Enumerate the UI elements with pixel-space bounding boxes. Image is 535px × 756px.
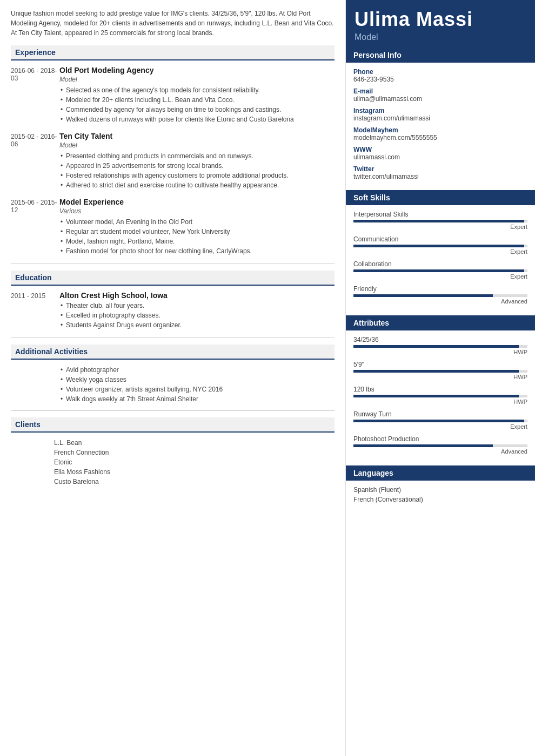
attr-name: Photoshoot Production <box>353 435 527 443</box>
personal-info-header: Personal Info <box>346 48 535 63</box>
profession-label: Model <box>355 32 526 42</box>
attr-bar-bg <box>353 420 527 422</box>
job-subtitle: Various <box>59 207 335 215</box>
attribute-item: 5'9" HWP <box>353 361 527 380</box>
bullet: Adhered to strict diet and exercise rout… <box>59 180 335 190</box>
attr-name: 120 lbs <box>353 386 527 393</box>
skill-bar-fill <box>353 294 493 297</box>
contact-value: twitter.com/ulimamassi <box>353 173 527 180</box>
additional-list: Avid photographerWeekly yoga classesVolu… <box>11 365 335 404</box>
attr-bar-bg <box>353 395 527 397</box>
attribute-item: 120 lbs HWP <box>353 386 527 405</box>
attr-bar-fill <box>353 395 519 397</box>
language-item: French (Conversational) <box>353 496 527 503</box>
skill-bar-bg <box>353 245 527 247</box>
soft-skills-header: Soft Skills <box>346 190 535 205</box>
client-item: Etonic <box>54 457 335 467</box>
education-section-header: Education <box>11 271 335 286</box>
attribute-item: Photoshoot Production Advanced <box>353 435 527 455</box>
client-item: Ella Moss Fashions <box>54 467 335 477</box>
contact-label: ModelMayhem <box>353 126 527 134</box>
edu-title: Alton Crest High School, Iowa <box>59 291 335 300</box>
contact-label: WWW <box>353 146 527 153</box>
attribute-item: 34/25/36 HWP <box>353 336 527 355</box>
skill-level: Advanced <box>353 298 527 305</box>
contact-item: Phone 646-233-9535 <box>353 68 527 83</box>
contact-label: Phone <box>353 68 527 76</box>
language-item: Spanish (Fluent) <box>353 486 527 494</box>
skill-bar-fill <box>353 245 524 247</box>
job-title: Old Port Modeling Agency <box>59 66 335 75</box>
bullet: Excelled in photography classes. <box>59 310 335 320</box>
attr-name: 34/25/36 <box>353 336 527 343</box>
skill-item: Collaboration Expert <box>353 260 527 280</box>
soft-skills-list: Interpersonal Skills Expert Communicatio… <box>346 211 535 315</box>
attr-bar-bg <box>353 370 527 373</box>
job-subtitle: Model <box>59 141 335 149</box>
detail-col: Ten City Talent Model Presented clothing… <box>59 132 335 190</box>
bullet: Appeared in 25 advertisements for strong… <box>59 161 335 171</box>
contact-value: instagram.com/ulimamassi <box>353 114 527 122</box>
experience-item: 2016-06 - 2018-03 Old Port Modeling Agen… <box>11 66 335 124</box>
contact-label: E-mail <box>353 87 527 95</box>
date-col: 2015-06 - 2015-12 <box>11 198 59 256</box>
bullet-list: Theater club, all four years.Excelled in… <box>59 301 335 330</box>
date-col: 2016-06 - 2018-03 <box>11 66 59 124</box>
name-block: Ulima Massi Model <box>346 0 535 48</box>
contact-item: Twitter twitter.com/ulimamassi <box>353 165 527 180</box>
attr-name: Runway Turn <box>353 410 527 418</box>
contact-item: WWW ulimamassi.com <box>353 146 527 161</box>
right-column: Ulima Massi Model Personal Info Phone 64… <box>346 0 535 756</box>
client-item: French Connection <box>54 448 335 457</box>
contact-value: modelmayhem.com/5555555 <box>353 134 527 141</box>
additional-item: Avid photographer <box>59 365 335 375</box>
bullet-list: Volunteer model, An Evening in the Old P… <box>59 217 335 256</box>
bullet: Fostered relationships with agency custo… <box>59 171 335 180</box>
job-title: Ten City Talent <box>59 132 335 140</box>
attributes-header: Attributes <box>346 315 535 330</box>
attr-level: Expert <box>353 423 527 430</box>
date-col: 2011 - 2015 <box>11 291 59 330</box>
skill-bar-bg <box>353 294 527 297</box>
client-item: Custo Barelona <box>54 477 335 487</box>
bullet: Selected as one of the agency's top mode… <box>59 85 335 95</box>
contact-value: ulima@ulimamassi.com <box>353 95 527 103</box>
skill-name: Interpersonal Skills <box>353 211 527 218</box>
attr-level: Advanced <box>353 448 527 455</box>
intro-text: Unique fashion model seeking to add pres… <box>11 9 335 38</box>
skill-name: Communication <box>353 235 527 243</box>
bullet: Model, fashion night, Portland, Maine. <box>59 237 335 246</box>
attr-level: HWP <box>353 349 527 355</box>
attributes-list: 34/25/36 HWP 5'9" HWP 120 lbs HWP Runway… <box>346 336 535 465</box>
attr-bar-fill <box>353 370 519 373</box>
contact-label: Instagram <box>353 107 527 114</box>
skill-name: Friendly <box>353 285 527 293</box>
contact-label: Twitter <box>353 165 527 173</box>
bullet: Theater club, all four years. <box>59 301 335 310</box>
job-title: Model Experience <box>59 198 335 206</box>
bullet: Modeled for 20+ clients including L.L. B… <box>59 95 335 105</box>
attr-name: 5'9" <box>353 361 527 368</box>
additional-section-header: Additional Activities <box>11 345 335 360</box>
experience-item: 2015-06 - 2015-12 Model Experience Vario… <box>11 198 335 256</box>
bullet: Regular art student model volunteer, New… <box>59 227 335 237</box>
bullet-list: Presented clothing and products in comme… <box>59 151 335 190</box>
attr-bar-bg <box>353 345 527 348</box>
skill-bar-bg <box>353 269 527 272</box>
skill-level: Expert <box>353 224 527 230</box>
experience-list: 2016-06 - 2018-03 Old Port Modeling Agen… <box>11 66 335 256</box>
contact-item: ModelMayhem modelmayhem.com/5555555 <box>353 126 527 141</box>
attribute-item: Runway Turn Expert <box>353 410 527 430</box>
attr-level: HWP <box>353 374 527 380</box>
date-col: 2015-02 - 2016-06 <box>11 132 59 190</box>
bullet: Commended by agency for always being on … <box>59 105 335 114</box>
education-list: 2011 - 2015 Alton Crest High School, Iow… <box>11 291 335 330</box>
skill-item: Communication Expert <box>353 235 527 255</box>
skill-item: Interpersonal Skills Expert <box>353 211 527 230</box>
job-subtitle: Model <box>59 76 335 83</box>
skill-bar-fill <box>353 220 524 222</box>
clients-section-header: Clients <box>11 417 335 433</box>
skill-level: Expert <box>353 273 527 280</box>
skill-item: Friendly Advanced <box>353 285 527 305</box>
client-item: L.L. Bean <box>54 438 335 448</box>
